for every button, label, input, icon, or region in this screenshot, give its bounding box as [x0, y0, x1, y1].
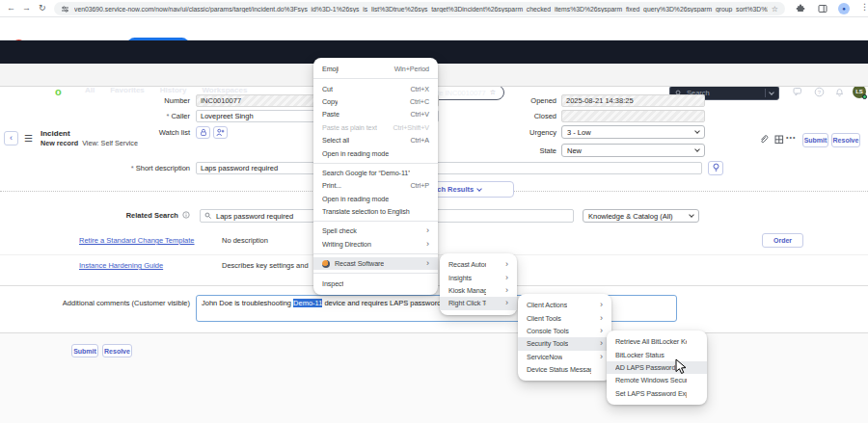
search-divider [765, 89, 766, 97]
menu-item-client-actions[interactable]: Client Actions› [518, 299, 611, 311]
menu-item-cut[interactable]: CutCtrl+X [313, 82, 438, 94]
menu-item-search-google-for-demo-11[interactable]: Search Google for “Demo-11” [313, 167, 438, 179]
menu-item-bitlocker-status[interactable]: BitLocker Status [607, 348, 707, 360]
menu-item-recast-software[interactable]: Recast Software› [313, 257, 438, 270]
menu-item-translate-selection-to-english[interactable]: Translate selection to English [313, 205, 438, 218]
related-search-query: Laps password required [216, 212, 293, 221]
menu-item-inspect[interactable]: Inspect [313, 277, 438, 289]
menu-item-select-all[interactable]: Select allCtrl+A [313, 134, 438, 146]
browser-context-menu: EmojiWin+PeriodCutCtrl+XCopyCtrl+CPasteC… [313, 58, 438, 295]
suggestion-bulb-button[interactable] [708, 161, 723, 175]
menu-item-writing-direction[interactable]: Writing Direction› [313, 238, 438, 251]
watch-list-add-me-button[interactable] [213, 126, 228, 139]
menu-item-client-tools[interactable]: Client Tools› [518, 311, 611, 324]
view-label[interactable]: View: Self Service [82, 139, 138, 147]
menu-item-device-status-messages[interactable]: Device Status Messages [518, 363, 611, 376]
comment-text: device and requires LAPS password. [322, 299, 443, 307]
nav-item-all[interactable]: All [85, 86, 95, 94]
menu-shortcut: Ctrl+A [410, 136, 429, 145]
submenu-arrow-icon: › [600, 339, 603, 348]
search-icon [204, 212, 212, 220]
browser-profile-avatar[interactable]: ● [838, 3, 850, 14]
menu-item-remote-windows-security[interactable]: Remote Windows Security [607, 374, 707, 386]
chevron-down-icon [689, 212, 694, 218]
avatar-initials: LS [855, 89, 863, 94]
menu-shortcut: Ctrl+X [410, 85, 429, 93]
watch-list-lock-button[interactable] [196, 126, 210, 139]
submenu-arrow-icon: › [426, 226, 429, 235]
side-panel-icon[interactable] [818, 4, 827, 13]
menu-item-servicenow[interactable]: ServiceNow› [518, 351, 611, 363]
menu-item-paste[interactable]: PasteCtrl+V [313, 108, 438, 120]
personalize-form-icon[interactable] [774, 135, 784, 145]
short-description-field[interactable]: Laps password required [196, 162, 702, 174]
menu-item-print[interactable]: Print...Ctrl+P [313, 179, 438, 192]
menu-item-console-tools[interactable]: Console Tools› [518, 325, 611, 337]
browser-refresh-icon[interactable]: ↻ [39, 2, 46, 14]
selected-text: Demo-11 [293, 299, 322, 307]
menu-item-recast-automation[interactable]: Recast Automation› [440, 258, 517, 271]
browser-back-icon[interactable]: ← [7, 2, 15, 14]
more-options-button[interactable]: ••• [786, 134, 796, 141]
menu-item-ad-laps-password[interactable]: AD LAPS Password [607, 361, 707, 374]
knowledge-catalog-select[interactable]: Knowledge & Catalog (All) [583, 209, 699, 223]
connect-chat-icon[interactable] [793, 87, 803, 97]
form-subtitle: New recordView: Self Service [41, 139, 138, 147]
result-description: No description [222, 236, 268, 245]
submit-button-top[interactable]: Submit [802, 133, 828, 147]
urgency-select[interactable]: 3 - Low [561, 125, 705, 139]
nav-item-favorites[interactable]: Favorites [110, 86, 145, 94]
menu-item-open-in-reading-mode[interactable]: Open in reading mode [313, 193, 438, 205]
svg-text:?: ? [818, 90, 822, 95]
browser-toolbar: ← → ↻ ven03690.service-now.com/now/nav/u… [0, 0, 868, 17]
address-bar[interactable]: ven03690.service-now.com/now/nav/ui/clas… [54, 2, 785, 15]
submenu-arrow-icon: › [426, 259, 429, 268]
menu-item-spell-check[interactable]: Spell check› [313, 225, 438, 237]
menu-item-copy[interactable]: CopyCtrl+C [313, 95, 438, 108]
opened-field[interactable]: 2025-08-21 14:38:25 [561, 94, 705, 107]
resolve-button-top[interactable]: Resolve [831, 133, 860, 147]
submenu-arrow-icon: › [426, 240, 429, 249]
menu-shortcut: Ctrl+P [410, 181, 429, 190]
nav-item-history[interactable]: History [160, 86, 187, 94]
header-nav: AllFavoritesHistoryWorkspaces [85, 86, 247, 94]
url-text: ven03690.service-now.com/now/nav/ui/clas… [74, 6, 768, 13]
submit-button-bottom[interactable]: Submit [71, 344, 98, 357]
submenu-arrow-icon: › [600, 301, 603, 309]
state-select[interactable]: New [561, 144, 705, 157]
site-info-icon [61, 5, 69, 13]
menu-separator [313, 221, 438, 222]
menu-item-insights[interactable]: Insights› [440, 271, 517, 283]
back-button[interactable]: ‹ [4, 131, 18, 145]
attachment-paperclip-icon[interactable] [759, 134, 769, 145]
help-icon[interactable]: ? [814, 87, 825, 97]
menu-item-emoji[interactable]: EmojiWin+Period [313, 63, 438, 75]
user-avatar[interactable]: LS [853, 85, 866, 98]
menu-shortcut: Ctrl+C [410, 97, 429, 106]
search-dropdown-icon[interactable] [769, 90, 774, 95]
closed-field[interactable] [561, 110, 705, 122]
menu-item-retrieve-all-bitlocker-keys[interactable]: Retrieve All BitLocker Keys [607, 335, 707, 348]
menu-item-open-in-reading-mode[interactable]: Open in reading mode [313, 146, 438, 159]
mouse-cursor [675, 358, 687, 375]
extensions-puzzle-icon[interactable] [796, 4, 805, 13]
notifications-bell-icon[interactable] [834, 87, 845, 97]
result-link-retire-a-standard-change-template[interactable]: Retire a Standard Change Template [79, 236, 195, 245]
order-button[interactable]: Order [762, 233, 803, 248]
nav-item-workspaces[interactable]: Workspaces [202, 86, 247, 94]
browser-menu-icon[interactable]: ⋮ [860, 2, 868, 12]
result-link-instance-hardening-guide[interactable]: Instance Hardening Guide [79, 261, 163, 270]
browser-forward-icon[interactable]: → [22, 2, 31, 14]
related-search-label: Related Search [19, 209, 190, 222]
resolve-button-bottom[interactable]: Resolve [102, 344, 132, 357]
menu-item-right-click-tools[interactable]: Right Click Tools› [440, 297, 517, 309]
result-description: Describes key settings and [222, 261, 309, 270]
chevron-down-icon [694, 128, 700, 134]
menu-item-paste-as-plain-text[interactable]: Paste as plain textCtrl+Shift+V [313, 121, 438, 134]
menu-item-security-tools[interactable]: Security Tools› [518, 337, 611, 350]
menu-item-set-laps-password-expiration[interactable]: Set LAPS Password Expiration [607, 387, 707, 400]
bookmark-star-icon[interactable]: ☆ [772, 5, 778, 13]
menu-separator [313, 273, 438, 274]
info-icon[interactable] [182, 211, 190, 219]
menu-item-kiosk-manager[interactable]: Kiosk Manager› [440, 284, 517, 297]
